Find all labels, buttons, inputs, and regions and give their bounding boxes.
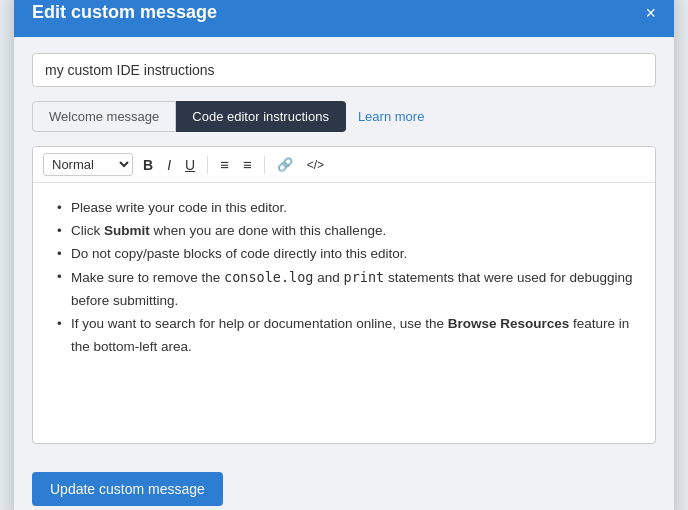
modal-body: Welcome message Code editor instructions… (14, 37, 674, 460)
bold-button[interactable]: B (139, 155, 157, 175)
message-name-input[interactable] (32, 53, 656, 87)
underline-button[interactable]: U (181, 155, 199, 175)
learn-more-link[interactable]: Learn more (358, 109, 424, 124)
tab-welcome-message[interactable]: Welcome message (32, 101, 176, 132)
update-custom-message-button[interactable]: Update custom message (32, 472, 223, 506)
rich-text-editor: Normal Heading 1 Heading 2 Heading 3 B I… (32, 146, 656, 444)
tab-code-editor-instructions[interactable]: Code editor instructions (176, 101, 346, 132)
code-button[interactable]: </> (303, 156, 328, 174)
toolbar-separator-2 (264, 156, 265, 174)
tabs-container: Welcome message Code editor instructions… (32, 101, 656, 132)
modal-footer: Update custom message (14, 460, 674, 510)
close-button[interactable]: × (645, 4, 656, 22)
modal-header: Edit custom message × (14, 0, 674, 37)
editor-content-area[interactable]: Please write your code in this editor. C… (33, 183, 655, 443)
format-select[interactable]: Normal Heading 1 Heading 2 Heading 3 (43, 153, 133, 176)
toolbar-separator-1 (207, 156, 208, 174)
editor-line-5: If you want to search for help or docume… (57, 313, 639, 359)
modal-title: Edit custom message (32, 2, 217, 23)
unordered-list-button[interactable]: ≡ (239, 154, 256, 175)
editor-line-3: Do not copy/paste blocks of code directl… (57, 243, 639, 266)
ordered-list-button[interactable]: ≡ (216, 154, 233, 175)
link-button[interactable]: 🔗 (273, 155, 297, 174)
editor-line-2: Click Submit when you are done with this… (57, 220, 639, 243)
italic-button[interactable]: I (163, 155, 175, 175)
edit-custom-message-modal: Edit custom message × Welcome message Co… (14, 0, 674, 510)
editor-line-1: Please write your code in this editor. (57, 197, 639, 220)
editor-line-4: Make sure to remove the console.log and … (57, 266, 639, 313)
editor-toolbar: Normal Heading 1 Heading 2 Heading 3 B I… (33, 147, 655, 183)
